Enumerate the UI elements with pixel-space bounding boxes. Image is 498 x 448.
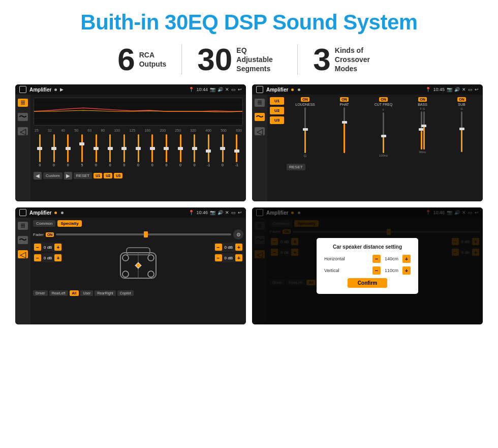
vertical-minus[interactable]: − — [372, 266, 381, 275]
wave-icon-3[interactable]: 〜 — [18, 236, 28, 244]
all-btn[interactable]: All — [70, 290, 79, 296]
right-vol-controls: − 0 dB + − 0 dB + — [214, 243, 243, 288]
driver-btn[interactable]: Driver — [33, 290, 48, 296]
vertical-value: 110cm — [383, 268, 400, 273]
window-icon-2: ▭ — [468, 87, 473, 92]
settings-knob[interactable]: ⚙ — [233, 229, 243, 240]
back-icon-2[interactable]: ↩ — [475, 87, 479, 92]
location-icon: 📍 — [189, 87, 194, 92]
eq-time: 10:44 — [196, 87, 208, 92]
distance-dialog: Car speaker distance setting Horizontal … — [317, 238, 418, 294]
volume-icon-3: 🔊 — [217, 210, 223, 215]
svg-marker-12 — [137, 262, 140, 264]
slider-100hz[interactable]: 0 — [118, 134, 131, 170]
vol-row-1: − 0 dB + — [33, 243, 63, 252]
bass-on-btn[interactable]: ON — [418, 97, 427, 102]
crossover-time: 10:45 — [433, 87, 445, 92]
svg-point-7 — [122, 255, 129, 261]
vol4-minus[interactable]: − — [215, 254, 222, 261]
vol3-value: 0 dB — [223, 245, 234, 250]
user-btn[interactable]: User — [80, 290, 93, 296]
car-diagram — [65, 243, 211, 288]
speaker-icon-2[interactable]: ◁ — [255, 127, 265, 135]
horizontal-minus[interactable]: − — [372, 255, 381, 263]
loudness-on-btn[interactable]: ON — [301, 97, 309, 102]
rearright-btn[interactable]: RearRight — [95, 290, 116, 296]
crossover-reset-btn[interactable]: RESET — [287, 164, 305, 170]
rearleft-btn[interactable]: RearLeft — [49, 290, 68, 296]
screenshots-grid: ⌂ Amplifier ▶ 📍 10:44 📷 🔊 ✕ ▭ ↩ ≡ — [15, 84, 483, 324]
back-icon-3[interactable]: ↩ — [238, 210, 242, 215]
fader-label: Fader — [33, 232, 44, 237]
slider-200hz[interactable]: 0 — [160, 134, 173, 170]
eq-custom-btn[interactable]: Custom — [43, 172, 63, 179]
eq-u1-btn[interactable]: U1 — [94, 173, 102, 178]
dialog-screen: ⌂ Amplifier 📍 10:46 📷 🔊 ✕ ▭ ↩ — [252, 207, 483, 324]
cutfreq-on-btn[interactable]: ON — [379, 97, 388, 102]
home-icon[interactable]: ⌂ — [19, 86, 26, 93]
vol1-value: 0 dB — [42, 245, 53, 250]
vol2-value: 0 dB — [42, 256, 53, 260]
window-icon: ▭ — [231, 87, 236, 92]
preset-u1[interactable]: U1 — [270, 97, 284, 105]
speaker-icon-3[interactable]: ◁ — [18, 250, 28, 258]
slider-630hz[interactable]: -1 — [230, 134, 243, 170]
sub-channel: ON SUB G — [443, 97, 480, 152]
eq-icon-3[interactable]: ≡ — [18, 222, 28, 230]
eq-next-btn[interactable]: ▶ — [64, 172, 72, 180]
slider-63hz[interactable]: 0 — [90, 134, 103, 170]
eq-prev-btn[interactable]: ◀ — [34, 172, 42, 180]
slider-160hz[interactable]: 0 — [146, 134, 159, 170]
slider-400hz[interactable]: -1 — [202, 134, 215, 170]
speaker-icon[interactable]: ◁ — [18, 127, 28, 135]
wave-icon-2[interactable]: 〜 — [255, 113, 265, 121]
slider-50hz[interactable]: 5 — [76, 134, 88, 170]
vol3-minus[interactable]: − — [215, 244, 222, 251]
horizontal-plus[interactable]: + — [402, 255, 411, 263]
svg-point-8 — [148, 255, 154, 261]
confirm-button[interactable]: Confirm — [348, 278, 387, 288]
slider-40hz[interactable]: 0 — [61, 134, 74, 170]
slider-500hz[interactable]: 0 — [216, 134, 229, 170]
eq-reset-btn[interactable]: RESET — [74, 172, 92, 179]
eq-u3-btn[interactable]: U3 — [114, 173, 122, 178]
vol1-minus[interactable]: − — [34, 244, 41, 251]
sub-on-btn[interactable]: ON — [457, 97, 466, 102]
home-icon-3[interactable]: ⌂ — [19, 209, 26, 216]
slider-32hz[interactable]: 0 — [48, 134, 60, 170]
stats-row: 6 RCAOutputs 30 EQ AdjustableSegments 3 … — [15, 44, 483, 75]
fader-on-badge[interactable]: ON — [46, 232, 54, 237]
vol2-plus[interactable]: + — [54, 254, 61, 261]
eq-u2-btn[interactable]: U2 — [104, 173, 112, 178]
vol4-plus[interactable]: + — [235, 254, 242, 261]
common-tab[interactable]: Common — [33, 220, 55, 227]
copilot-btn[interactable]: Copilot — [117, 290, 134, 296]
preset-u3[interactable]: U3 — [270, 116, 284, 124]
slider-320hz[interactable]: 0 — [188, 134, 201, 170]
slider-125hz[interactable]: 0 — [132, 134, 145, 170]
back-icon[interactable]: ↩ — [238, 87, 242, 92]
home-icon-2[interactable]: ⌂ — [256, 86, 263, 93]
vol1-plus[interactable]: + — [54, 244, 61, 251]
slider-25hz[interactable]: 0 — [34, 134, 46, 170]
stat-label-crossover: Kinds ofCrossover Modes — [335, 46, 381, 74]
vol2-minus[interactable]: − — [34, 254, 41, 261]
slider-80hz[interactable]: 0 — [104, 134, 116, 170]
slider-250hz[interactable]: 0 — [174, 134, 187, 170]
channel-area: ON LOUDNESS G ON PHAT — [287, 97, 480, 199]
fader-row: Fader ON ⚙ — [33, 229, 243, 240]
stat-rca: 6 RCAOutputs — [102, 44, 181, 75]
preset-u2[interactable]: U2 — [270, 107, 284, 114]
crossover-presets: U1 U2 U3 — [270, 97, 284, 199]
fader-slider[interactable] — [56, 233, 231, 235]
bass-label: BASS — [418, 103, 427, 106]
vertical-plus[interactable]: + — [402, 266, 411, 275]
phat-on-btn[interactable]: ON — [340, 97, 349, 102]
page-container: Buith-in 30EQ DSP Sound System 6 RCAOutp… — [0, 0, 498, 448]
vol3-plus[interactable]: + — [235, 244, 242, 251]
vol-row-2: − 0 dB + — [33, 253, 63, 262]
eq-icon-active[interactable]: ≡ — [18, 99, 28, 107]
specialty-tab[interactable]: Specialty — [57, 220, 81, 227]
eq-icon-2[interactable]: ≡ — [255, 99, 265, 107]
wave-icon[interactable]: 〜 — [18, 113, 28, 121]
